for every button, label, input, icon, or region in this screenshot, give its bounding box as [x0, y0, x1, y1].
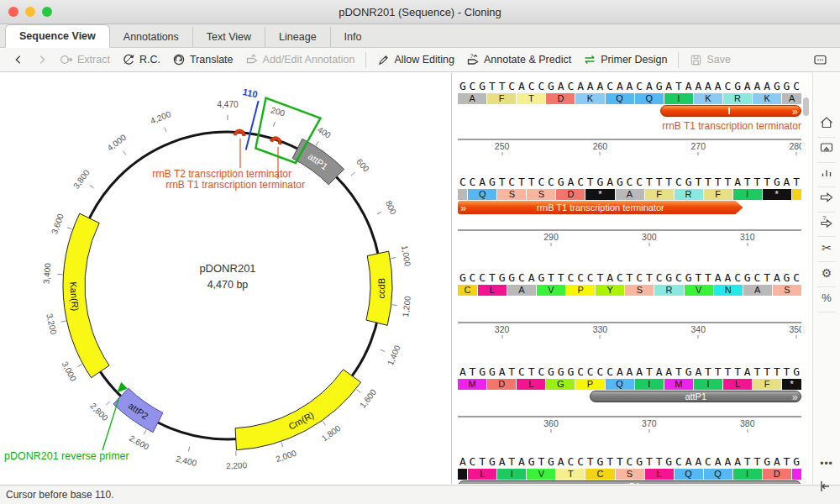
dna-base: G [634, 456, 644, 468]
map-feature-cmr[interactable] [235, 370, 361, 450]
feature-annotation-arrow[interactable]: rrnB T1 transcription terminator» [458, 201, 743, 214]
ruler-number: 340 [691, 324, 706, 334]
sequence-row[interactable]: GCGTTCACCGACAAACAACAGATAAAACGAAAGGCAFTDK… [458, 81, 801, 165]
chevron-right-continuation-icon: » [792, 391, 798, 402]
presentation-icon[interactable] [813, 140, 840, 159]
close-window-button[interactable] [8, 7, 18, 17]
zoom-window-button[interactable] [42, 7, 52, 17]
terminator-label: rrnB T1 transcription terminator [165, 179, 305, 191]
map-axis-tick [90, 186, 94, 189]
dna-sequence[interactable]: GCGTTCACCGACAAACAACAGATAAAACGAAAGGC [458, 81, 801, 92]
toolbar-separator [365, 52, 366, 68]
tab-sequence-view[interactable]: Sequence View [5, 24, 110, 48]
dna-base: C [791, 81, 801, 92]
dna-base: T [556, 272, 566, 284]
main-content: attP1ccdBCm(R)attP2Kan(R)2004006008001,0… [0, 73, 840, 484]
dna-base: T [703, 272, 713, 284]
plasmid-name: pDONR201 [199, 262, 255, 275]
main-toolbar: Extract R.C. Translate Add/Edit Annotati… [0, 48, 840, 72]
export-arrow-icon[interactable] [813, 190, 840, 208]
amino-acid-box: I [664, 93, 693, 104]
nav-forward-button[interactable] [30, 50, 54, 70]
home-icon[interactable] [813, 115, 840, 134]
translate-button[interactable]: Translate [166, 50, 239, 70]
plasmid-map[interactable]: attP1ccdBCm(R)attP2Kan(R)2004006008001,0… [0, 73, 452, 484]
allow-editing-label: Allow Editing [394, 54, 454, 66]
amino-acid-box: L [468, 469, 496, 480]
ruler-tick [501, 335, 502, 339]
dna-base: A [477, 176, 487, 188]
amino-acid-box: G [546, 379, 575, 390]
sequence-row[interactable]: ACTGATAGTGACCTGTTCGTTGCAACAAATTGATGLIVTC… [458, 456, 801, 484]
dna-base: C [575, 272, 585, 284]
dna-base: T [674, 81, 684, 92]
dna-base: T [596, 272, 606, 284]
feature-annotation-arrow[interactable]: attP1»» [458, 480, 801, 484]
reverse-complement-icon [122, 53, 135, 66]
sequence-row[interactable]: GCCTGGCAGTTCCCTACTCTCGCGTTAACGCTAGCCLAVP… [458, 272, 801, 356]
dna-base: A [634, 366, 644, 378]
amino-acid-box: V [685, 285, 713, 296]
annotate-arrow-icon[interactable]: ? [813, 214, 840, 233]
add-edit-annotation-button[interactable]: Add/Edit Annotation [239, 50, 361, 70]
terminator-icon[interactable] [270, 135, 282, 144]
gear-icon[interactable]: ⚙ [813, 265, 840, 283]
percent-icon[interactable]: % [813, 290, 840, 308]
map-axis-label: 1,400 [386, 344, 402, 367]
amino-acid-box: N [714, 285, 743, 296]
dna-sequence[interactable]: CCAGTCTTCCGACTGAGCCTTTCGTTTTATTTGAT [458, 176, 801, 188]
dna-base: G [772, 81, 782, 92]
reverse-complement-button[interactable]: R.C. [116, 50, 166, 70]
dna-base: A [694, 366, 704, 378]
annotate-predict-label: Annotate & Predict [484, 54, 571, 66]
extract-button[interactable]: Extract [54, 50, 116, 70]
scissors-icon[interactable]: ✂ [813, 239, 840, 258]
tab-annotations[interactable]: Annotations [110, 27, 193, 47]
panel-layout-toggle-button[interactable] [807, 50, 833, 70]
annotate-predict-button[interactable]: ? Annotate & Predict [460, 50, 577, 70]
map-axis-label: 200 [270, 105, 286, 118]
feature-annotation-arrow[interactable]: » [660, 105, 801, 117]
tab-text-view[interactable]: Text View [193, 27, 265, 47]
sequence-row[interactable]: CCAGTCTTCCGACTGAGCCTTTCGTTTTATTTGATQSSD*… [458, 176, 801, 260]
dna-sequence[interactable]: GCCTGGCAGTTCCCTACTCTCGCGTTAACGCTAGC [458, 272, 801, 284]
terminator-icon[interactable] [234, 129, 246, 136]
map-axis-tick [356, 390, 360, 393]
bar-chart-icon[interactable] [813, 165, 840, 183]
minimize-window-button[interactable] [25, 7, 35, 17]
map-axis-label: 4,200 [149, 109, 172, 126]
tab-info[interactable]: Info [331, 27, 375, 47]
ruler-tick [551, 429, 552, 433]
map-axis-label: 600 [354, 157, 371, 174]
map-axis-tick [106, 402, 109, 405]
feature-annotation-arrow[interactable]: attP1» [590, 391, 801, 402]
rail-separator [817, 286, 836, 287]
tab-lineage[interactable]: Lineage [265, 27, 331, 47]
primer-design-button[interactable]: Primer Design [577, 50, 673, 70]
amino-acid-box: L [645, 469, 674, 480]
ruler-tick [698, 152, 699, 155]
collapse-panel-button[interactable] [816, 478, 837, 498]
sequence-scrollbar[interactable] [803, 97, 809, 116]
nav-back-button[interactable] [7, 50, 30, 70]
map-axis-label: 2,600 [128, 433, 151, 452]
save-button[interactable]: Save [684, 50, 737, 70]
dna-base: G [743, 272, 753, 284]
amino-acid-box: A [616, 189, 644, 200]
dna-base: T [791, 176, 801, 188]
chevron-right-continuation-icon: » [792, 106, 798, 117]
ruler-number: 320 [495, 324, 510, 334]
dna-sequence[interactable]: ATGGATCTCGGGCCCCAAATAATGATTTTATTTTG [458, 366, 801, 378]
ruler-tick [648, 429, 649, 433]
sequence-row[interactable]: ATGGATCTCGGGCCCCAAATAATGATTTTATTTTGMDLGP… [458, 366, 801, 450]
sequence-detail-panel[interactable]: GCGTTCACCGACAAACAACAGATAAAACGAAAGGCAFTDK… [454, 73, 801, 484]
dna-sequence[interactable]: ACTGATAGTGACCTGTTCGTTGCAACAAATTGATG [458, 456, 801, 468]
amino-acid-box: I [694, 379, 722, 390]
map-axis-tick [316, 141, 318, 145]
dna-base: T [644, 176, 654, 188]
allow-editing-button[interactable]: Allow Editing [371, 50, 460, 70]
sequence-ruler: 360370380 [458, 416, 801, 417]
more-options-icon[interactable]: ••• [813, 455, 840, 474]
amino-acid-box: F [704, 189, 732, 200]
dna-base: A [732, 176, 743, 188]
